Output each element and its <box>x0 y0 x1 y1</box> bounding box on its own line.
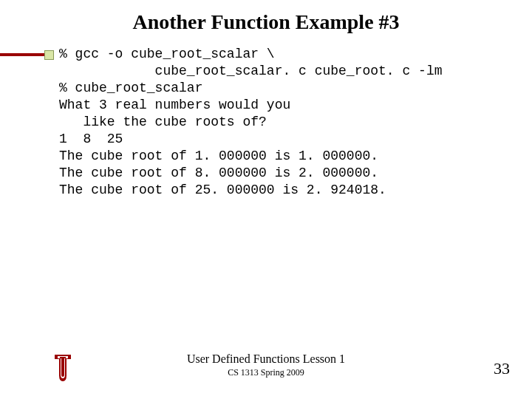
code-block: % gcc -o cube_root_scalar \ cube_root_sc… <box>59 46 442 199</box>
bullet-square <box>44 50 54 60</box>
slide-title: Another Function Example #3 <box>0 10 532 34</box>
footer: User Defined Functions Lesson 1 CS 1313 … <box>0 352 532 378</box>
footer-line1: User Defined Functions Lesson 1 <box>0 352 532 366</box>
footer-line2: CS 1313 Spring 2009 <box>0 367 532 378</box>
page-number: 33 <box>494 359 510 378</box>
accent-line <box>0 53 48 56</box>
